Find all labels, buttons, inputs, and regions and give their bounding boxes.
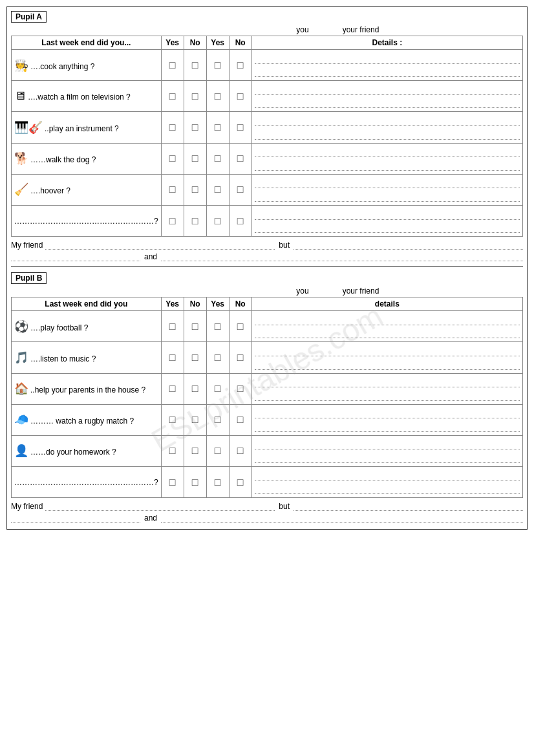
- checkbox-cell[interactable]: □: [206, 81, 229, 112]
- table-row: 🖥….watch a film on television ?□□□□: [12, 81, 523, 112]
- pupil-a-writing-line1: My friend but: [11, 241, 523, 250]
- activity-cell: 🧹….hoover ?: [12, 174, 162, 205]
- activity-icon: 👤: [14, 444, 28, 457]
- checkbox-cell[interactable]: □: [206, 174, 229, 205]
- checkbox-cell[interactable]: □: [229, 112, 251, 143]
- activity-text: ….hoover ?: [30, 186, 70, 195]
- checkbox-cell[interactable]: □: [161, 342, 184, 373]
- checkbox-cell[interactable]: □: [206, 311, 229, 342]
- pupil-b-and-label: and: [144, 513, 157, 523]
- checkbox-cell[interactable]: □: [184, 373, 206, 404]
- checkbox-cell[interactable]: □: [229, 174, 251, 205]
- checkbox-cell[interactable]: □: [161, 143, 184, 174]
- checkbox-cell[interactable]: □: [229, 205, 251, 236]
- detail-line-1: [255, 407, 520, 419]
- pupil-b-no1-header: No: [184, 297, 206, 311]
- activity-text: ….watch a film on television ?: [28, 92, 131, 102]
- activity-icon: 🖥: [14, 89, 26, 102]
- checkbox-cell[interactable]: □: [161, 404, 184, 435]
- checkbox-cell[interactable]: □: [206, 373, 229, 404]
- pupil-b-but-label: but: [279, 502, 290, 511]
- checkbox-cell[interactable]: □: [184, 81, 206, 112]
- detail-line-1: [255, 146, 520, 158]
- pupil-b-writing-line1: My friend but: [11, 502, 523, 511]
- details-cell: [251, 112, 522, 143]
- worksheet: Pupil A you your friend Last week end di…: [6, 6, 528, 530]
- table-row: 👤……do your homework ?□□□□: [12, 435, 523, 466]
- checkbox-cell[interactable]: □: [161, 435, 184, 466]
- checkbox-cell[interactable]: □: [161, 112, 184, 143]
- checkbox-cell[interactable]: □: [229, 50, 251, 81]
- checkbox-cell[interactable]: □: [184, 435, 206, 466]
- detail-line-1: [255, 177, 520, 189]
- pupil-a-dots4: [161, 252, 523, 261]
- checkbox-cell[interactable]: □: [206, 112, 229, 143]
- checkbox-cell[interactable]: □: [184, 50, 206, 81]
- details-cell: [251, 467, 522, 498]
- details-cell: [251, 143, 522, 174]
- pupil-a-label: Pupil A: [11, 11, 47, 23]
- checkbox-cell[interactable]: □: [161, 81, 184, 112]
- checkbox-cell[interactable]: □: [161, 373, 184, 404]
- pupil-a-dots3: [11, 252, 140, 261]
- details-cell: [251, 205, 522, 236]
- activity-text: ….cook anything ?: [30, 62, 94, 71]
- checkbox-cell[interactable]: □: [206, 143, 229, 174]
- pupil-a-yes1-header: Yes: [161, 36, 184, 50]
- checkbox-cell[interactable]: □: [229, 467, 251, 498]
- activity-cell: 🧢……… watch a rugby match ?: [12, 404, 162, 435]
- table-row: 🐕……walk the dog ?□□□□: [12, 143, 523, 174]
- checkbox-cell[interactable]: □: [206, 435, 229, 466]
- checkbox-cell[interactable]: □: [206, 342, 229, 373]
- pupil-a-writing: My friend but and: [11, 241, 523, 261]
- pupil-a-no1-header: No: [184, 36, 206, 50]
- checkbox-cell[interactable]: □: [229, 435, 251, 466]
- checkbox-cell[interactable]: □: [184, 143, 206, 174]
- checkbox-cell[interactable]: □: [161, 50, 184, 81]
- checkbox-cell[interactable]: □: [206, 205, 229, 236]
- checkbox-cell[interactable]: □: [161, 174, 184, 205]
- checkbox-cell[interactable]: □: [161, 467, 184, 498]
- checkbox-cell[interactable]: □: [206, 50, 229, 81]
- pupil-b-friend-header: your friend: [332, 286, 390, 296]
- detail-line-2: [255, 420, 520, 432]
- checkbox-cell[interactable]: □: [229, 143, 251, 174]
- pupil-a-details-header: Details :: [251, 36, 522, 50]
- checkbox-cell[interactable]: □: [161, 311, 184, 342]
- pupil-b-details-header: details: [251, 297, 522, 311]
- pupil-b-yes1-header: Yes: [161, 297, 184, 311]
- pupil-b-col-headers: you your friend: [11, 286, 523, 296]
- checkbox-cell[interactable]: □: [184, 174, 206, 205]
- checkbox-cell[interactable]: □: [206, 467, 229, 498]
- checkbox-cell[interactable]: □: [184, 342, 206, 373]
- checkbox-cell[interactable]: □: [229, 373, 251, 404]
- details-cell: [251, 342, 522, 373]
- checkbox-cell[interactable]: □: [161, 205, 184, 236]
- pupil-b-writing-line2: and: [11, 513, 523, 523]
- activity-cell: 🎹🎸..play an instrument ?: [12, 112, 162, 143]
- pupil-b-you-header: you: [273, 286, 332, 296]
- checkbox-cell[interactable]: □: [184, 311, 206, 342]
- activity-cell: ………………………………………………?: [12, 467, 162, 498]
- activity-icon: 🧹: [14, 183, 28, 196]
- activity-icon: 🧑‍🍳: [14, 59, 28, 72]
- checkbox-cell[interactable]: □: [184, 404, 206, 435]
- details-cell: [251, 373, 522, 404]
- checkbox-cell[interactable]: □: [184, 112, 206, 143]
- activity-text: ….listen to music ?: [30, 354, 96, 363]
- detail-line-1: [255, 208, 520, 220]
- checkbox-cell[interactable]: □: [184, 467, 206, 498]
- checkbox-cell[interactable]: □: [229, 311, 251, 342]
- activity-text: ….play football ?: [30, 323, 88, 332]
- detail-line-2: [255, 358, 520, 370]
- checkbox-cell[interactable]: □: [206, 404, 229, 435]
- checkbox-cell[interactable]: □: [229, 81, 251, 112]
- activity-text: ..play an instrument ?: [45, 124, 119, 133]
- checkbox-cell[interactable]: □: [229, 404, 251, 435]
- table-row: 🎵….listen to music ?□□□□: [12, 342, 523, 373]
- detail-line-1: [255, 376, 520, 388]
- details-cell: [251, 404, 522, 435]
- checkbox-cell[interactable]: □: [229, 342, 251, 373]
- checkbox-cell[interactable]: □: [184, 205, 206, 236]
- detail-line-2: [255, 96, 520, 109]
